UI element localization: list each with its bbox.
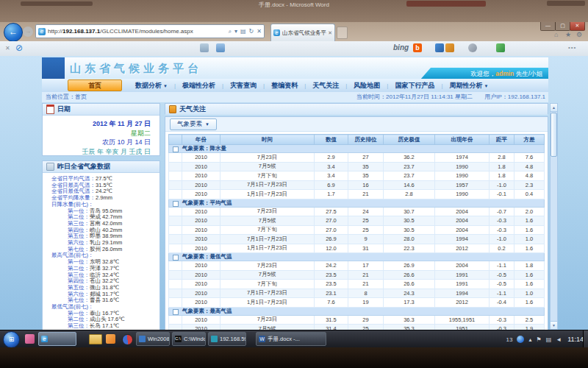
- nav-item[interactable]: 国家下行产品: [395, 81, 434, 91]
- calendar-ganzhi: 壬辰 年 辛亥 月 壬戌 日: [43, 147, 151, 157]
- tab-close-icon[interactable]: ✕: [328, 30, 332, 36]
- table-cell: 27.0: [315, 225, 348, 235]
- show-desktop-button[interactable]: [583, 330, 588, 348]
- minimize-button[interactable]: —: [540, 22, 556, 31]
- table-cell: 7月下旬: [220, 225, 315, 235]
- table-cell: 23.1: [315, 289, 348, 298]
- nav-item-home[interactable]: 首页: [68, 79, 122, 91]
- folder-icon[interactable]: [89, 334, 102, 344]
- bing-box-icon[interactable]: b: [413, 43, 422, 52]
- table-cell: 25: [348, 216, 384, 226]
- page-scrollbar[interactable]: ▲ ▼: [550, 103, 558, 330]
- address-url[interactable]: http://192.168.137.1/GLCCLIMATE/modules/…: [48, 28, 226, 35]
- expand-cell: [169, 216, 182, 226]
- media-app-icon[interactable]: [122, 334, 133, 345]
- expand-checkbox[interactable]: [173, 255, 179, 261]
- forward-button[interactable]: →: [23, 26, 33, 37]
- close-button[interactable]: ✕: [570, 22, 585, 31]
- expand-checkbox[interactable]: [173, 146, 179, 152]
- element-dropdown-button[interactable]: 气象要素▼: [170, 118, 217, 130]
- expand-cell: [169, 325, 182, 330]
- table-cell: 2004: [435, 216, 490, 226]
- scroll-up-icon[interactable]: ▲: [551, 104, 557, 112]
- nav-item[interactable]: 整编资料: [271, 81, 298, 91]
- table-cell: 25: [348, 325, 384, 330]
- maximize-button[interactable]: ▢: [555, 22, 570, 31]
- table-cell: 1.6: [514, 244, 545, 253]
- compatibility-icon[interactable]: ▤: [240, 28, 246, 35]
- taskbar-clock[interactable]: 11:14: [567, 336, 584, 343]
- nav-item[interactable]: 周期性分析▼: [450, 81, 489, 91]
- tray-network-icon[interactable]: ▤: [546, 336, 552, 343]
- person-addon-icon[interactable]: [468, 43, 477, 52]
- breadcrumb: 当前位置：首页: [46, 92, 87, 102]
- favorites-star-icon[interactable]: ★: [565, 31, 571, 38]
- table-row: 20107月23日31.52936.31955,1951-0.32.5: [169, 315, 545, 325]
- bing-logo[interactable]: bing: [393, 43, 409, 52]
- table-row: 20107月23日2.92736.219742.87.6: [169, 153, 545, 163]
- taskbar-remote-button[interactable]: 192.168.59.99...: [208, 332, 246, 346]
- browser-tab[interactable]: e 山东省气候业务平... ✕: [270, 24, 335, 41]
- media-addon-icon[interactable]: [445, 43, 454, 52]
- expand-checkbox[interactable]: [173, 309, 179, 315]
- taskbar-word-button[interactable]: W 手册.docx -...: [256, 332, 326, 346]
- table-cell: 30.5: [384, 216, 435, 226]
- nav-item[interactable]: 极端性分析: [182, 81, 215, 91]
- tray-expand-icon[interactable]: ▴: [528, 336, 531, 343]
- table-cell: -0.3: [490, 225, 514, 235]
- tray-flag-icon[interactable]: ⚑: [536, 336, 541, 343]
- taskbar-vm-button[interactable]: Win2008 (VS2...: [136, 332, 170, 346]
- table-row: 20101月1日~7月23日7.61917.32012-0.41.6: [169, 298, 545, 308]
- current-time: 当前时间：2012年11月27日 11:14:31 星期二: [356, 93, 473, 100]
- camera-addon-icon[interactable]: [435, 43, 444, 52]
- table-cell: 1.8: [490, 171, 514, 181]
- scroll-down-icon[interactable]: ▼: [551, 321, 557, 329]
- scrollbar-thumb[interactable]: [551, 113, 557, 157]
- pinned-app-icon[interactable]: [25, 334, 35, 344]
- address-bar[interactable]: e http://192.168.137.1/GLCCLIMATE/module…: [35, 24, 265, 38]
- stop-icon[interactable]: ✕: [257, 28, 262, 35]
- search-icon[interactable]: ⌕: [229, 28, 232, 35]
- taskbar-ie-button[interactable]: e: [38, 332, 76, 346]
- table-cell: 7月23日: [220, 261, 315, 271]
- table-cell: 1955,1951: [435, 315, 490, 325]
- expand-cell: [169, 244, 182, 253]
- table-row: 20101月1日~7月23日12.03122.320120.21.6: [169, 244, 545, 253]
- table-cell: 1990: [435, 190, 490, 199]
- blocked-circle-icon[interactable]: ⊘: [15, 43, 23, 53]
- tab-title[interactable]: 山东省气候业务平...: [282, 29, 326, 37]
- nav-item[interactable]: 数据分析▼: [135, 81, 168, 91]
- table-cell: 8: [348, 289, 384, 298]
- taskbar-cmd-button[interactable]: C:\ C:\Windows\s...: [172, 332, 206, 346]
- chart-icon: [46, 163, 54, 171]
- tray-volume-icon[interactable]: ◄: [556, 336, 562, 343]
- nav-item[interactable]: 天气关注: [312, 81, 339, 91]
- table-cell: 1.6: [514, 298, 545, 308]
- expand-checkbox[interactable]: [173, 201, 179, 207]
- nav-item[interactable]: 灾害查询: [230, 81, 257, 91]
- table-cell: 7月23日: [220, 207, 315, 216]
- new-tab-button[interactable]: [337, 26, 348, 39]
- mail-icon[interactable]: [216, 43, 225, 52]
- table-cell: 30.7: [384, 207, 435, 216]
- printer-icon[interactable]: [200, 43, 209, 52]
- nav-item[interactable]: 风险地图: [354, 81, 380, 91]
- table-cell: 1.0: [514, 235, 545, 244]
- table-row: 20107月1日~7月23日6.91614.61957-1.02.3: [169, 180, 545, 190]
- table-cell: -1.1: [490, 261, 514, 271]
- orange-app-icon[interactable]: [106, 334, 115, 344]
- autocomplete-caret-icon[interactable]: ▾: [234, 28, 237, 35]
- back-button[interactable]: ←: [4, 23, 23, 42]
- home-icon[interactable]: ⌂: [554, 31, 558, 38]
- start-button[interactable]: ⊞: [3, 331, 20, 348]
- overflow-dots-icon[interactable]: •••: [568, 44, 576, 51]
- yesterday-panel-body: 全省日平均气温：27.5℃全省日最高气温：31.5℃全省日最低气温：24.2℃全…: [43, 173, 159, 330]
- chevron-down-icon: ▼: [163, 84, 168, 88]
- refresh-icon[interactable]: ↻: [249, 28, 254, 35]
- nav-separator: |: [304, 82, 306, 89]
- tray-globe-icon[interactable]: [517, 336, 524, 343]
- settings-gear-icon[interactable]: ⚙: [576, 31, 582, 38]
- table-cell: 26.6: [384, 270, 435, 280]
- puzzle-addon-icon[interactable]: [496, 43, 505, 52]
- commandbar-close-icon[interactable]: ✕: [5, 45, 10, 52]
